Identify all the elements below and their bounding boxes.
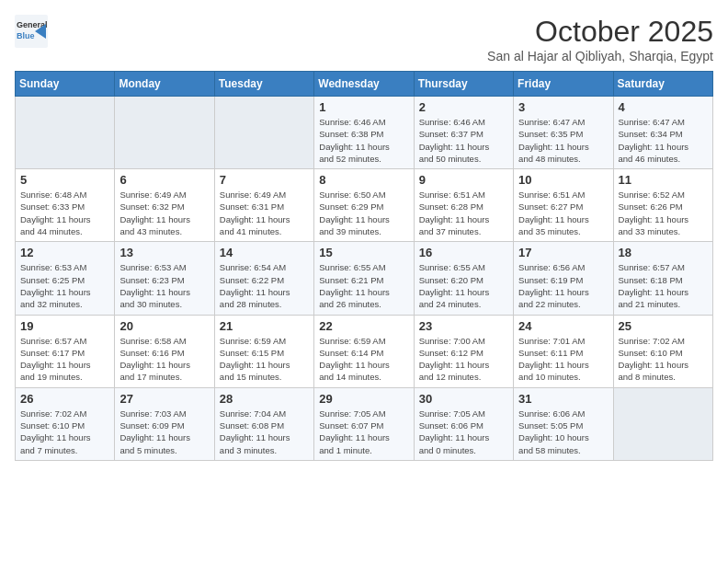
day-cell: 25Sunrise: 7:02 AM Sunset: 6:10 PM Dayli… — [613, 315, 712, 387]
day-cell: 15Sunrise: 6:55 AM Sunset: 6:21 PM Dayli… — [314, 242, 414, 315]
day-info: Sunrise: 6:54 AM Sunset: 6:22 PM Dayligh… — [220, 261, 309, 310]
day-number: 21 — [220, 319, 309, 333]
week-row-5: 26Sunrise: 7:02 AM Sunset: 6:10 PM Dayli… — [16, 387, 713, 460]
week-row-4: 19Sunrise: 6:57 AM Sunset: 6:17 PM Dayli… — [16, 315, 713, 387]
day-info: Sunrise: 6:49 AM Sunset: 6:31 PM Dayligh… — [220, 189, 309, 237]
day-cell: 14Sunrise: 6:54 AM Sunset: 6:22 PM Dayli… — [214, 242, 313, 315]
day-cell: 27Sunrise: 7:03 AM Sunset: 6:09 PM Dayli… — [115, 387, 214, 460]
day-cell: 17Sunrise: 6:56 AM Sunset: 6:19 PM Dayli… — [514, 242, 613, 315]
day-info: Sunrise: 7:04 AM Sunset: 6:08 PM Dayligh… — [220, 408, 309, 456]
day-cell: 21Sunrise: 6:59 AM Sunset: 6:15 PM Dayli… — [214, 315, 313, 387]
weekday-header-sunday: Sunday — [16, 72, 115, 97]
day-info: Sunrise: 6:53 AM Sunset: 6:23 PM Dayligh… — [119, 261, 209, 310]
day-info: Sunrise: 7:05 AM Sunset: 6:06 PM Dayligh… — [419, 408, 508, 456]
day-number: 20 — [119, 319, 209, 333]
day-info: Sunrise: 7:03 AM Sunset: 6:09 PM Dayligh… — [119, 408, 209, 456]
day-number: 5 — [20, 173, 109, 187]
day-cell: 30Sunrise: 7:05 AM Sunset: 6:06 PM Dayli… — [414, 387, 513, 460]
day-number: 23 — [419, 319, 508, 333]
logo: General Blue — [15, 15, 48, 48]
day-info: Sunrise: 7:02 AM Sunset: 6:10 PM Dayligh… — [619, 335, 708, 384]
day-info: Sunrise: 6:47 AM Sunset: 6:34 PM Dayligh… — [619, 116, 708, 165]
week-row-3: 12Sunrise: 6:53 AM Sunset: 6:25 PM Dayli… — [16, 242, 713, 315]
day-number: 10 — [518, 173, 608, 187]
day-info: Sunrise: 6:50 AM Sunset: 6:29 PM Dayligh… — [319, 189, 408, 237]
day-number: 14 — [220, 246, 309, 259]
day-cell: 6Sunrise: 6:49 AM Sunset: 6:32 PM Daylig… — [115, 169, 214, 242]
day-info: Sunrise: 6:06 AM Sunset: 5:05 PM Dayligh… — [518, 408, 608, 456]
weekday-header-friday: Friday — [514, 72, 613, 97]
day-number: 6 — [119, 173, 209, 187]
weekday-header-thursday: Thursday — [414, 72, 513, 97]
week-row-1: 1Sunrise: 6:46 AM Sunset: 6:38 PM Daylig… — [16, 97, 713, 169]
day-cell: 24Sunrise: 7:01 AM Sunset: 6:11 PM Dayli… — [514, 315, 613, 387]
day-info: Sunrise: 6:46 AM Sunset: 6:37 PM Dayligh… — [419, 116, 508, 165]
day-number: 1 — [319, 100, 408, 114]
day-number: 29 — [319, 392, 408, 406]
day-cell: 1Sunrise: 6:46 AM Sunset: 6:38 PM Daylig… — [314, 97, 414, 169]
day-cell: 2Sunrise: 6:46 AM Sunset: 6:37 PM Daylig… — [414, 97, 513, 169]
day-cell: 13Sunrise: 6:53 AM Sunset: 6:23 PM Dayli… — [115, 242, 214, 315]
day-number: 18 — [619, 246, 708, 259]
day-cell: 29Sunrise: 7:05 AM Sunset: 6:07 PM Dayli… — [314, 387, 414, 460]
header: General Blue October 2025 San al Hajar a… — [15, 15, 713, 63]
month-title: October 2025 — [487, 15, 713, 49]
day-cell: 19Sunrise: 6:57 AM Sunset: 6:17 PM Dayli… — [16, 315, 115, 387]
day-cell: 28Sunrise: 7:04 AM Sunset: 6:08 PM Dayli… — [214, 387, 313, 460]
day-info: Sunrise: 7:05 AM Sunset: 6:07 PM Dayligh… — [319, 408, 408, 456]
day-number: 31 — [518, 392, 608, 406]
day-number: 17 — [518, 246, 608, 259]
day-number: 25 — [619, 319, 708, 333]
day-info: Sunrise: 6:56 AM Sunset: 6:19 PM Dayligh… — [518, 261, 608, 310]
day-cell — [16, 97, 115, 169]
day-info: Sunrise: 7:00 AM Sunset: 6:12 PM Dayligh… — [419, 335, 508, 384]
weekday-header-row: SundayMondayTuesdayWednesdayThursdayFrid… — [16, 72, 713, 97]
day-cell: 10Sunrise: 6:51 AM Sunset: 6:27 PM Dayli… — [514, 169, 613, 242]
calendar-table: SundayMondayTuesdayWednesdayThursdayFrid… — [15, 71, 713, 461]
day-info: Sunrise: 6:57 AM Sunset: 6:17 PM Dayligh… — [20, 335, 109, 384]
day-number: 11 — [619, 173, 708, 187]
day-cell — [115, 97, 214, 169]
day-info: Sunrise: 6:59 AM Sunset: 6:15 PM Dayligh… — [220, 335, 309, 384]
day-info: Sunrise: 6:47 AM Sunset: 6:35 PM Dayligh… — [518, 116, 608, 165]
day-number: 24 — [518, 319, 608, 333]
day-cell: 8Sunrise: 6:50 AM Sunset: 6:29 PM Daylig… — [314, 169, 414, 242]
day-cell: 7Sunrise: 6:49 AM Sunset: 6:31 PM Daylig… — [214, 169, 313, 242]
day-cell — [214, 97, 313, 169]
day-cell: 18Sunrise: 6:57 AM Sunset: 6:18 PM Dayli… — [613, 242, 712, 315]
day-number: 4 — [619, 100, 708, 114]
day-cell: 4Sunrise: 6:47 AM Sunset: 6:34 PM Daylig… — [613, 97, 712, 169]
day-info: Sunrise: 6:59 AM Sunset: 6:14 PM Dayligh… — [319, 335, 408, 384]
weekday-header-monday: Monday — [115, 72, 214, 97]
day-cell: 3Sunrise: 6:47 AM Sunset: 6:35 PM Daylig… — [514, 97, 613, 169]
day-number: 28 — [220, 392, 309, 406]
day-info: Sunrise: 6:48 AM Sunset: 6:33 PM Dayligh… — [20, 189, 109, 237]
day-number: 13 — [119, 246, 209, 259]
day-info: Sunrise: 6:58 AM Sunset: 6:16 PM Dayligh… — [119, 335, 209, 384]
day-number: 27 — [119, 392, 209, 406]
week-row-2: 5Sunrise: 6:48 AM Sunset: 6:33 PM Daylig… — [16, 169, 713, 242]
day-info: Sunrise: 6:52 AM Sunset: 6:26 PM Dayligh… — [619, 189, 708, 237]
day-info: Sunrise: 6:46 AM Sunset: 6:38 PM Dayligh… — [319, 116, 408, 165]
day-cell — [613, 387, 712, 460]
day-number: 8 — [319, 173, 408, 187]
weekday-header-wednesday: Wednesday — [314, 72, 414, 97]
day-info: Sunrise: 6:57 AM Sunset: 6:18 PM Dayligh… — [619, 261, 708, 310]
day-number: 7 — [220, 173, 309, 187]
day-cell: 16Sunrise: 6:55 AM Sunset: 6:20 PM Dayli… — [414, 242, 513, 315]
weekday-header-saturday: Saturday — [613, 72, 712, 97]
day-info: Sunrise: 6:55 AM Sunset: 6:20 PM Dayligh… — [419, 261, 508, 310]
day-number: 30 — [419, 392, 508, 406]
day-cell: 9Sunrise: 6:51 AM Sunset: 6:28 PM Daylig… — [414, 169, 513, 242]
day-cell: 20Sunrise: 6:58 AM Sunset: 6:16 PM Dayli… — [115, 315, 214, 387]
day-info: Sunrise: 6:49 AM Sunset: 6:32 PM Dayligh… — [119, 189, 209, 237]
day-number: 15 — [319, 246, 408, 259]
title-block: October 2025 San al Hajar al Qibliyah, S… — [487, 15, 713, 63]
day-number: 19 — [20, 319, 109, 333]
day-cell: 5Sunrise: 6:48 AM Sunset: 6:33 PM Daylig… — [16, 169, 115, 242]
day-cell: 26Sunrise: 7:02 AM Sunset: 6:10 PM Dayli… — [16, 387, 115, 460]
day-number: 16 — [419, 246, 508, 259]
day-number: 9 — [419, 173, 508, 187]
day-cell: 23Sunrise: 7:00 AM Sunset: 6:12 PM Dayli… — [414, 315, 513, 387]
day-info: Sunrise: 6:51 AM Sunset: 6:28 PM Dayligh… — [419, 189, 508, 237]
